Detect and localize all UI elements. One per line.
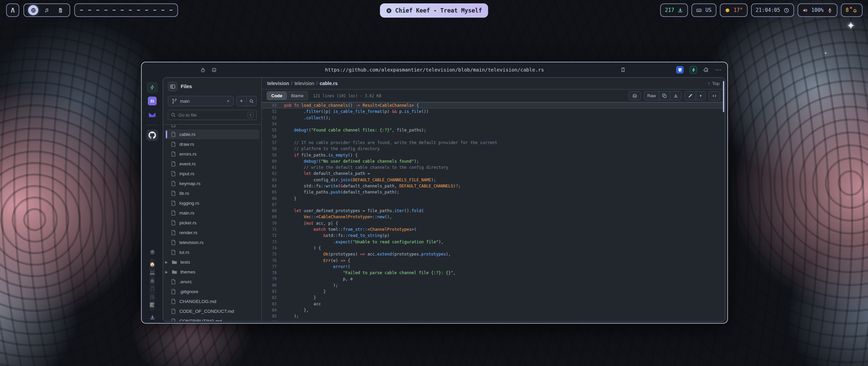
keyboard-layout-widget[interactable]: US [691, 3, 716, 17]
launcher-pill[interactable]: Λ [6, 3, 19, 17]
line-number[interactable]: 74 [262, 246, 277, 250]
workspace-music-note-icon[interactable] [42, 5, 52, 15]
audio-widget[interactable]: 100% [797, 3, 837, 17]
tree-file-render.rs[interactable]: render.rs [163, 228, 261, 238]
weather-widget[interactable]: 17° [720, 3, 748, 17]
tls-lock-icon[interactable] [200, 67, 206, 73]
line-number[interactable]: 83 [262, 302, 277, 306]
line-number[interactable]: 43 [262, 103, 277, 108]
workspace-lock-icon[interactable]: 🔒 [150, 277, 155, 285]
line-number[interactable]: 82 [262, 295, 277, 300]
line-number[interactable]: 53 [262, 116, 277, 120]
line-number[interactable]: 60 [262, 159, 277, 164]
line-number[interactable]: 66 [262, 196, 277, 201]
line-number[interactable]: 75 [262, 252, 277, 257]
edit-dropdown-button[interactable]: ▼ [696, 92, 705, 100]
search-tree-button[interactable] [246, 96, 256, 106]
extensions-puzzle-icon[interactable] [703, 67, 709, 73]
line-number[interactable]: 71 [262, 227, 277, 232]
tree-file-lib.rs[interactable]: lib.rs [163, 188, 261, 198]
tree-file-logging.rs[interactable]: logging.rs [163, 198, 261, 208]
tree-folder-themes[interactable]: ▶themes [163, 267, 261, 277]
tab-blame[interactable]: Blame [287, 92, 308, 100]
workspace-memo-icon[interactable]: 📝 [150, 301, 155, 309]
line-number[interactable]: 68 [262, 208, 277, 213]
media-player-widget[interactable]: Chief Keef - Treat Myself [380, 3, 488, 18]
line-number[interactable]: 55 [262, 128, 277, 133]
line-number[interactable]: 86 [262, 320, 277, 321]
line-number[interactable]: 85 [262, 314, 277, 319]
branch-selector[interactable]: main ▼ [168, 96, 234, 106]
copy-raw-button[interactable] [659, 92, 670, 100]
pinned-tab-lightning-icon[interactable] [146, 82, 158, 93]
tree-file-cable.rs[interactable]: cable.rs [165, 129, 259, 139]
tree-file-CONTRIBUTING.md[interactable]: CONTRIBUTING.md [163, 316, 261, 321]
raw-button[interactable]: Raw [644, 92, 659, 100]
line-number[interactable]: 61 [262, 165, 277, 170]
taskbar-windows[interactable] [74, 3, 178, 17]
line-number[interactable]: 76 [262, 258, 277, 263]
tree-file-CODE_OF_CONDUCT.md[interactable]: CODE_OF_CONDUCT.md [163, 306, 261, 316]
line-number[interactable]: 54 [262, 122, 277, 126]
downloads-icon[interactable] [150, 314, 155, 320]
tree-file-keymap.rs[interactable]: keymap.rs [163, 179, 261, 188]
workspace-document-icon[interactable] [55, 5, 65, 15]
line-number[interactable]: 78 [262, 270, 277, 275]
pinned-tab-calendar-icon[interactable]: 31 [148, 97, 157, 105]
code-viewer[interactable]: 43pub fn load_cable_channels() -> Result… [262, 102, 725, 321]
tree-file-.gitignore[interactable]: .gitignore [163, 287, 261, 297]
tree-file-main.rs[interactable]: main.rs [163, 208, 261, 218]
go-to-file-input[interactable]: Go to file t [168, 110, 257, 120]
download-raw-button[interactable] [670, 92, 681, 100]
line-number[interactable]: 81 [262, 289, 277, 294]
tree-file-draw.rs[interactable]: draw.rs [163, 139, 261, 149]
back-to-top-link[interactable]: ↑ Top [708, 81, 719, 86]
pinned-tab-mail-icon[interactable] [146, 109, 158, 120]
notifications-widget[interactable]: 8 [841, 3, 863, 17]
edit-file-button[interactable] [685, 92, 696, 100]
active-tab-github-icon[interactable] [146, 129, 158, 141]
line-number[interactable]: 84 [262, 308, 277, 312]
tree-file-tui.rs[interactable]: tui.rs [163, 247, 261, 257]
line-number[interactable]: 56 [262, 134, 277, 139]
line-number[interactable]: 77 [262, 264, 277, 269]
workspace-laptop-icon[interactable]: 💻 [150, 268, 155, 277]
line-number[interactable]: 62 [262, 171, 277, 176]
page-scrollbar[interactable] [723, 81, 724, 112]
line-number[interactable]: 58 [262, 146, 277, 151]
clock-widget[interactable]: 21:04:05 [751, 3, 794, 17]
copilot-button[interactable] [629, 91, 641, 100]
symbols-panel-button[interactable] [709, 91, 720, 100]
tree-folder-tests[interactable]: ▶tests [163, 257, 261, 267]
line-number[interactable]: 80 [262, 283, 277, 288]
tree-file-event.rs[interactable]: event.rs [163, 159, 261, 169]
url-bar[interactable]: https://github.com/alexpasmantier/televi… [325, 67, 544, 73]
line-number[interactable]: 73 [262, 240, 277, 244]
settings-gear-icon[interactable] [150, 249, 155, 255]
breadcrumb-dir-link[interactable]: television [294, 81, 314, 86]
line-number[interactable]: 63 [262, 178, 277, 182]
new-file-button[interactable]: + [237, 96, 246, 106]
bitwarden-extension-icon[interactable] [676, 66, 684, 74]
tree-file-errors.rs[interactable]: errors.rs [163, 149, 261, 159]
tree-file-input.rs[interactable]: input.rs [163, 169, 261, 179]
line-number[interactable]: 59 [262, 153, 277, 158]
workspace-briefcase-icon[interactable]: 💼 [150, 293, 155, 301]
line-number[interactable]: 65 [262, 190, 277, 195]
line-number[interactable]: 57 [262, 140, 277, 145]
line-number[interactable]: 70 [262, 221, 277, 226]
tree-file-picker.rs[interactable]: picker.rs [163, 218, 261, 228]
breadcrumb-repo-link[interactable]: television [267, 81, 289, 86]
collapse-file-tree-button[interactable] [168, 82, 177, 91]
line-number[interactable]: 79 [262, 277, 277, 281]
workspace-globe-icon[interactable] [28, 5, 38, 15]
lightning-extension-icon[interactable] [690, 66, 697, 74]
line-number[interactable]: 67 [262, 202, 277, 207]
tree-file-CHANGELOG.md[interactable]: CHANGELOG.md [163, 297, 261, 306]
workspace-music-icon[interactable]: 🎵 [150, 285, 155, 293]
more-menu-icon[interactable]: ⋯ [715, 66, 722, 74]
line-number[interactable]: 69 [262, 215, 277, 219]
line-number[interactable]: 52 [262, 109, 277, 114]
tree-file-.envrc[interactable]: .envrc [163, 277, 261, 287]
tree-file-partial[interactable] [163, 124, 261, 129]
